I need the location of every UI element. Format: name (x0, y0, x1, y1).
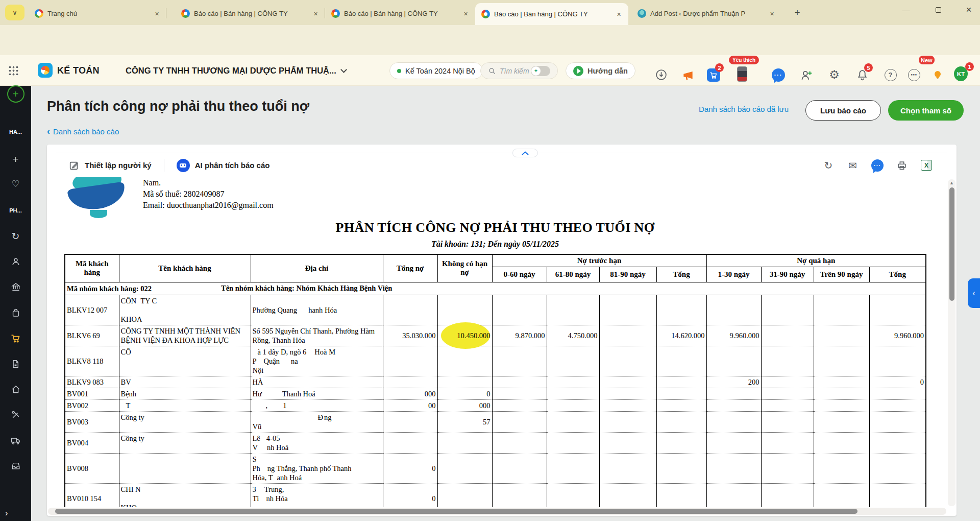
tab-close-icon[interactable]: × (461, 9, 470, 18)
signer-setup-button[interactable]: Thiết lập người ký (68, 160, 152, 171)
sidebar-sales-cart-icon[interactable] (0, 328, 31, 348)
ai-robot-icon (177, 159, 190, 172)
column-subheader: 1-30 ngày (706, 267, 761, 282)
tab-home[interactable]: Trang chủ × (29, 3, 166, 24)
table-row: BV008 SPhng Thắng, Thanh phố ThanhHóa, T… (65, 453, 926, 483)
avatar-badge: 1 (965, 62, 974, 71)
help-icon[interactable]: ? (884, 68, 897, 82)
column-header: Mã khách hàng (65, 254, 119, 282)
window-maximize-button[interactable] (925, 0, 951, 19)
refresh-report-icon[interactable]: ↻ (822, 159, 835, 172)
new-tab-button[interactable]: + (791, 6, 804, 19)
app-launcher-icon[interactable] (8, 65, 19, 76)
chat-icon[interactable]: ··· (771, 68, 785, 82)
favorite-badge: Yêu thích (729, 56, 759, 64)
table-row: BLKV8 118CÔà 1 dây D, ngõ 6Hoà MPQuậnnaN… (65, 346, 926, 376)
download-app-icon[interactable] (654, 68, 668, 82)
horizontal-scrollbar[interactable] (48, 508, 946, 515)
company-selector[interactable]: CÔNG TY TNHH THƯƠNG MẠI DƯỢC PHẨM THUẬ..… (126, 66, 360, 76)
column-header: Tổng nợ (383, 254, 437, 282)
table-row: BV002T,100000 (65, 399, 926, 411)
vertical-scroll-thumb[interactable] (949, 187, 954, 301)
column-subheader: 61-80 ngày (547, 267, 599, 282)
report-table: Mã khách hàngTên khách hàngĐịa chỉTổng n… (64, 254, 926, 507)
sidebar-inbox-icon[interactable] (0, 456, 31, 476)
sidebar-tools-icon[interactable] (0, 405, 31, 425)
column-subheader: Tổng (656, 267, 706, 282)
sidebar-add-button[interactable]: + (0, 84, 31, 104)
breadcrumb[interactable]: ‹ Danh sách báo cáo (47, 126, 119, 137)
save-report-button[interactable]: Lưu báo cáo (805, 100, 881, 121)
page-title: Phân tích công nợ phải thu theo tuổi nợ (47, 99, 309, 114)
sidebar-refresh-icon[interactable]: ↻ (0, 226, 31, 246)
column-header: Tên khách hàng (119, 254, 251, 282)
email-report-icon[interactable]: ✉ (846, 159, 860, 172)
vertical-scrollbar[interactable]: ▲ (948, 179, 955, 506)
column-subheader: 0-60 ngày (492, 267, 547, 282)
app-header: KẾ TOÁN CÔNG TY TNHH THƯƠNG MẠI DƯỢC PHẨ… (0, 55, 980, 86)
guide-button[interactable]: Hướng dẫn (566, 62, 635, 79)
announcement-icon[interactable] (681, 68, 695, 82)
back-chevron-icon: ‹ (47, 126, 50, 137)
saved-reports-link[interactable]: Danh sách báo cáo đã lưu (699, 105, 789, 113)
workspace-selector[interactable]: Kế Toán 2024 Nội Bộ (389, 62, 483, 79)
sidebar-document-icon[interactable] (0, 353, 31, 374)
misa-logo[interactable] (38, 63, 53, 78)
company-logo (66, 177, 134, 222)
ai-search-toggle[interactable]: ✦ (531, 66, 550, 76)
tab-report-active[interactable]: Báo cáo | Bán hàng | CÔNG TY × (475, 3, 628, 25)
window-close-button[interactable]: × (955, 0, 980, 19)
tab-close-icon[interactable]: × (153, 9, 161, 18)
chevron-down-icon (340, 66, 347, 73)
tab-search-button[interactable]: ∨ (5, 5, 24, 20)
sidebar-favorites-icon[interactable]: ♡ (0, 174, 31, 194)
edit-pencil-icon (68, 160, 80, 171)
tab-close-icon[interactable]: × (768, 9, 776, 18)
sidebar-home-icon[interactable] (0, 379, 31, 399)
report-subtitle: Tài khoản: 131; Đến ngày 05/11/2025 (64, 240, 926, 249)
feedback-chat-icon[interactable]: ··· (871, 159, 884, 172)
new-badge: New (919, 56, 935, 64)
support-dock-toggle[interactable]: ‹ (968, 278, 980, 308)
whats-new-icon[interactable] (930, 68, 944, 82)
add-user-icon[interactable] (799, 68, 813, 82)
company-name: CÔNG TY TNHH THƯƠNG MẠI DƯỢC PHẨM THUẬ..… (126, 66, 336, 76)
search-placeholder: Tìm kiếm (500, 67, 531, 75)
window-minimize-button[interactable]: — (893, 0, 919, 19)
sidebar-bank-icon[interactable] (0, 277, 31, 297)
report-toolbar: Thiết lập người ký AI phân tích báo cáo … (56, 153, 947, 177)
settings-gear-icon[interactable]: ⚙ (827, 68, 841, 82)
tab-close-icon[interactable]: × (615, 10, 623, 18)
choose-params-button[interactable]: Chọn tham số (888, 100, 964, 121)
misa-favicon (331, 9, 340, 18)
tab-report-2[interactable]: Báo cáo | Bán hàng | CÔNG TY × (325, 3, 475, 24)
search-input[interactable]: Tìm kiếm ✦ (480, 62, 558, 79)
tab-wordpress[interactable]: Add Post ‹ Dược phẩm Thuận P × (631, 3, 781, 24)
collapse-panel-button[interactable] (512, 149, 538, 157)
ai-analyze-button[interactable]: AI phân tích báo cáo (177, 159, 270, 172)
table-row: BLKV6 69CÔNG TY TNHH MỘT THÀNH VIÊNBỆNH … (65, 325, 926, 346)
tab-close-icon[interactable]: × (311, 9, 320, 18)
mobile-app-icon[interactable] (735, 67, 749, 81)
sidebar-bag-icon[interactable] (0, 302, 31, 323)
sidebar-plus-icon[interactable]: + (0, 149, 31, 170)
sidebar-truck-icon[interactable] (0, 430, 31, 451)
cart-badge: 2 (715, 63, 724, 72)
tab-report-1[interactable]: Báo cáo | Bán hàng | CÔNG TY × (175, 3, 325, 24)
scroll-up-icon[interactable]: ▲ (948, 180, 955, 185)
table-row: BV010 154CHI N KHO.3Trung,Tình Hóa0 (65, 483, 926, 507)
column-group-header: Nợ trước hạn (492, 254, 706, 267)
sidebar-group-label-1[interactable]: HA... (0, 122, 31, 142)
column-subheader: 31-90 ngày (761, 267, 814, 282)
misa-favicon (181, 9, 190, 18)
sidebar-group-label-2[interactable]: PH... (0, 200, 31, 221)
export-excel-icon[interactable]: X (920, 159, 933, 172)
more-icon[interactable]: ⋯ (907, 68, 921, 82)
table-row: BV004Công tyLê4-05Vnh Hoá (65, 432, 926, 453)
browser-favicon (35, 9, 43, 18)
column-subheader: Tổng (869, 267, 926, 282)
print-icon[interactable] (895, 159, 909, 172)
horizontal-scroll-thumb[interactable] (55, 509, 857, 514)
sidebar-contact-icon[interactable] (0, 251, 31, 272)
sidebar-expand-icon[interactable]: › (5, 509, 8, 518)
